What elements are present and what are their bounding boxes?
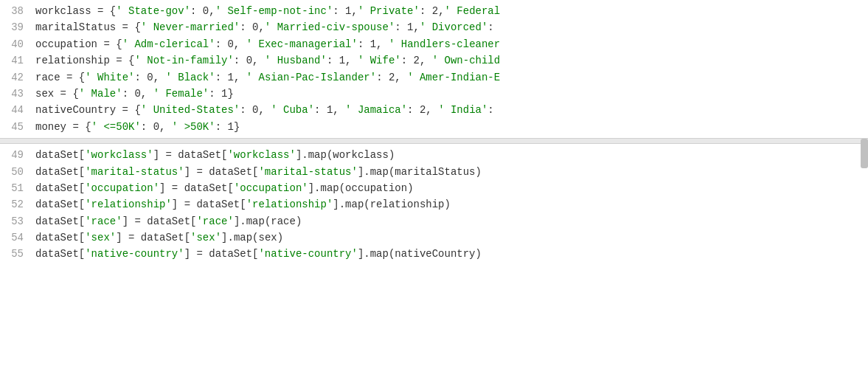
string-token: ' >50K' — [172, 121, 215, 133]
default-token: dataSet[ — [35, 232, 85, 244]
string-token: ' Married-civ-spouse' — [265, 21, 395, 33]
default-token: ] = dataSet[ — [172, 199, 246, 210]
default-token: workclass = { — [35, 5, 116, 17]
line-number: 55 — [0, 246, 35, 262]
code-line: 43 sex = {' Male': 0, ' Female': 1} — [0, 86, 868, 102]
code-line: 53 dataSet['race'] = dataSet['race'].map… — [0, 213, 868, 230]
string-token: ' Not-in-family' — [134, 55, 233, 66]
string-token: ' Asian-Pac-Islander' — [246, 72, 376, 83]
string-token: ' Wife' — [358, 55, 401, 66]
code-line: 49 dataSet['workclass'] = dataSet['workc… — [0, 147, 868, 163]
default-token: : 0, — [215, 38, 246, 50]
default-token: relationship = { — [35, 55, 134, 66]
code-line: 45 money = {' <=50K': 0, ' >50K': 1} — [0, 119, 868, 135]
default-token: ].map(nativeCountry) — [358, 248, 482, 260]
code-line: 51 dataSet['occupation'] = dataSet['occu… — [0, 180, 868, 196]
string-token: ' Exec-managerial' — [246, 38, 358, 50]
line-number: 50 — [0, 164, 35, 180]
default-token: dataSet[ — [35, 182, 85, 194]
default-token: : 2, — [376, 72, 407, 83]
default-token: : 0, — [134, 72, 165, 83]
line-number: 44 — [0, 102, 35, 118]
string-token: ' <=50K' — [91, 121, 141, 133]
default-token: : 0, — [190, 5, 215, 17]
code-line: 38 workclass = {' State-gov': 0,' Self-e… — [0, 3, 868, 19]
default-token: ].map(occupation) — [308, 182, 414, 194]
string-token: 'relationship' — [246, 199, 333, 210]
code-line: 40 occupation = {' Adm-clerical': 0, ' E… — [0, 36, 868, 52]
string-token: ' White' — [85, 72, 134, 83]
string-token: 'race' — [196, 215, 233, 227]
string-token: 'occupation' — [85, 182, 159, 194]
code-line: 44 nativeCountry = {' United-States': 0,… — [0, 102, 868, 118]
code-section-2: 49 dataSet['workclass'] = dataSet['workc… — [0, 144, 868, 266]
line-number: 38 — [0, 3, 35, 19]
default-token: dataSet[ — [35, 149, 85, 161]
string-token: 'sex' — [190, 232, 221, 244]
code-line: 50 dataSet['marital-status'] = dataSet['… — [0, 164, 868, 180]
code-line: 55 dataSet['native-country'] = dataSet['… — [0, 246, 868, 262]
default-token: ].map(sex) — [221, 232, 283, 244]
line-number: 52 — [0, 196, 35, 213]
default-token: money = { — [35, 121, 91, 133]
string-token: ' United-States' — [141, 104, 240, 116]
default-token: ].map(workclass) — [296, 149, 395, 161]
line-content: dataSet['sex'] = dataSet['sex'].map(sex) — [35, 230, 868, 246]
code-line: 54 dataSet['sex'] = dataSet['sex'].map(s… — [0, 230, 868, 246]
code-section-1: 38 workclass = {' State-gov': 0,' Self-e… — [0, 0, 868, 138]
string-token: ' Cuba' — [271, 104, 314, 116]
string-token: ' Male' — [79, 88, 122, 100]
line-number: 51 — [0, 180, 35, 196]
default-token: nativeCountry = { — [35, 104, 141, 116]
line-content: dataSet['occupation'] = dataSet['occupat… — [35, 180, 868, 196]
string-token: ' Black' — [165, 72, 215, 83]
default-token: dataSet[ — [35, 199, 85, 210]
string-token: ' State-gov' — [116, 5, 190, 17]
default-token: : 2, — [407, 104, 438, 116]
string-token: ' Own-child — [432, 55, 500, 66]
string-token: ' Private' — [358, 5, 420, 17]
default-token: : 1} — [209, 88, 234, 100]
default-token: : 1, — [395, 21, 420, 33]
default-token: : — [487, 104, 493, 116]
default-token: ] = dataSet[ — [184, 248, 259, 260]
default-token: : 0, — [122, 88, 153, 100]
line-number: 49 — [0, 147, 35, 163]
string-token: 'workclass' — [85, 149, 153, 161]
default-token: : 0, — [240, 21, 265, 33]
default-token: : 2, — [401, 55, 432, 66]
default-token: : 0, — [141, 121, 172, 133]
default-token: ].map(race) — [234, 215, 302, 227]
string-token: 'native-country' — [85, 248, 184, 260]
code-line: 52 dataSet['relationship'] = dataSet['re… — [0, 196, 868, 213]
line-number: 41 — [0, 52, 35, 69]
default-token: sex = { — [35, 88, 79, 100]
string-token: ' Federal — [445, 5, 501, 17]
code-line: 39 maritalStatus = {' Never-married': 0,… — [0, 19, 868, 35]
line-content: workclass = {' State-gov': 0,' Self-emp-… — [35, 3, 868, 19]
line-number: 43 — [0, 86, 35, 102]
string-token: ' Jamaica' — [345, 104, 407, 116]
code-editor: 38 workclass = {' State-gov': 0,' Self-e… — [0, 0, 868, 383]
line-content: dataSet['marital-status'] = dataSet['mar… — [35, 164, 868, 180]
string-token: 'sex' — [85, 232, 116, 244]
string-token: 'marital-status' — [258, 166, 357, 178]
line-content: dataSet['workclass'] = dataSet['workclas… — [35, 147, 868, 163]
default-token: : 1, — [314, 104, 345, 116]
string-token: 'native-country' — [258, 248, 357, 260]
line-content: dataSet['relationship'] = dataSet['relat… — [35, 196, 868, 213]
string-token: 'race' — [85, 215, 122, 227]
line-content: money = {' <=50K': 0, ' >50K': 1} — [35, 119, 868, 135]
default-token: : 1, — [333, 5, 358, 17]
line-number: 53 — [0, 213, 35, 230]
line-number: 54 — [0, 230, 35, 246]
string-token: ' India' — [438, 104, 487, 116]
string-token: ' Adm-clerical' — [122, 38, 215, 50]
string-token: 'workclass' — [227, 149, 295, 161]
default-token: ] = dataSet[ — [116, 232, 190, 244]
default-token: : 1, — [358, 38, 389, 50]
code-line: 42 race = {' White': 0, ' Black': 1, ' A… — [0, 69, 868, 86]
string-token: 'occupation' — [234, 182, 308, 194]
string-token: 'relationship' — [85, 199, 172, 210]
section-divider — [0, 138, 868, 144]
